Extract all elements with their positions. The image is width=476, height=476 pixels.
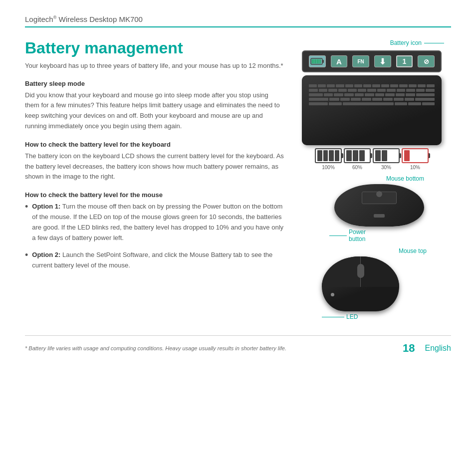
subsection-keyboard-title: How to check the battery level for the k… xyxy=(25,141,284,148)
subsection-mouse-title: How to check the battery level for the m… xyxy=(25,191,284,199)
mouse-top-left-half xyxy=(322,256,361,287)
bat-bar xyxy=(323,150,328,161)
bullet-text-1: Option 1: Turn the mouse off then back o… xyxy=(32,202,284,243)
bullet-label-2: Option 2: xyxy=(32,251,60,258)
battery-level-30: 30% xyxy=(373,148,400,170)
subsection-keyboard-body: The battery icon on the keyboard LCD sho… xyxy=(25,151,284,182)
battery-levels-container: 100% 60% xyxy=(302,148,442,170)
intro-text: Your keyboard has up to three years of b… xyxy=(25,61,284,71)
mouse-top-container: Mouse top LED xyxy=(322,247,432,320)
led-label: LED xyxy=(346,313,358,320)
lcd-num1-icon: 1 xyxy=(396,55,413,67)
svg-rect-6 xyxy=(319,59,321,63)
mouse-top-label: Mouse top xyxy=(399,247,427,254)
page-container: Logitech® Wireless Desktop MK700 Battery… xyxy=(0,0,476,370)
bullet-dot: • xyxy=(25,202,28,213)
header-line: Logitech® Wireless Desktop MK700 xyxy=(25,15,451,27)
subsection-battery-sleep-title: Battery sleep mode xyxy=(25,80,284,87)
lcd-a-icon: A xyxy=(331,55,348,67)
battery-icon-10 xyxy=(402,148,429,163)
lcd-download-icon: ⬇ xyxy=(374,55,391,67)
page-language: English xyxy=(425,344,451,353)
lcd-cross-icon: ⊘ xyxy=(418,55,435,67)
svg-rect-3 xyxy=(312,59,314,63)
mouse-power-button-visual xyxy=(374,214,385,218)
bat-bar xyxy=(329,150,334,161)
mouse-top-right-half xyxy=(361,256,400,287)
battery-icon-60 xyxy=(344,148,371,163)
footer-note: * Battery life varies with usage and com… xyxy=(25,345,403,351)
mouse-bottom-label: Mouse bottom xyxy=(386,175,424,182)
svg-rect-1 xyxy=(322,60,324,63)
mouse-bottom-container: Mouse bottom Powerbutton xyxy=(329,175,429,242)
lcd-fn-icon: FN xyxy=(352,55,369,67)
power-label-row: Powerbutton xyxy=(329,229,429,242)
subsection-battery-sleep-body: Did you know that your keyboard and mous… xyxy=(25,90,284,132)
bat-bar xyxy=(346,150,352,161)
left-column: Battery management Your keyboard has up … xyxy=(25,39,284,320)
footer-page: 18 English xyxy=(403,342,451,355)
mouse-bottom-visual xyxy=(334,184,424,227)
bullet-dot: • xyxy=(25,250,28,261)
footer-section: * Battery life varies with usage and com… xyxy=(25,335,451,355)
power-label-line xyxy=(329,236,347,236)
header-title: Logitech® Wireless Desktop MK700 xyxy=(25,15,143,23)
keyboard-image xyxy=(302,75,442,145)
page-number: 18 xyxy=(403,342,415,355)
section-title: Battery management xyxy=(25,39,284,57)
bullet-text-2: Option 2: Launch the SetPoint Software, … xyxy=(32,250,284,271)
arrow-line xyxy=(424,43,444,43)
right-column: Battery icon xyxy=(294,39,449,320)
main-content: Battery management Your keyboard has up … xyxy=(25,39,451,320)
battery-level-100: 100% xyxy=(315,148,342,170)
battery-level-label-100: 100% xyxy=(322,165,335,170)
battery-level-label-10: 10% xyxy=(410,165,420,170)
bullet-label-1: Option 1: xyxy=(32,203,60,210)
right-top: Battery icon xyxy=(294,39,449,170)
bat-bar xyxy=(335,150,340,161)
power-button-label: Powerbutton xyxy=(349,229,366,242)
battery-level-60: 60% xyxy=(344,148,371,170)
battery-icon-label: Battery icon xyxy=(390,39,422,46)
keyboard-lcd-bar: A FN ⬇ 1 ⊘ xyxy=(302,50,442,72)
list-item: • Option 1: Turn the mouse off then back… xyxy=(25,202,284,243)
bat-bar xyxy=(317,150,322,161)
bat-bar xyxy=(353,150,358,161)
bat-bar xyxy=(359,150,365,161)
bat-bar xyxy=(375,150,381,161)
mouse-led-indicator xyxy=(331,293,334,296)
svg-rect-5 xyxy=(317,59,319,63)
led-label-row: LED xyxy=(322,313,432,320)
mouse-scroll-wheel xyxy=(357,264,364,278)
svg-rect-4 xyxy=(314,59,316,63)
battery-level-10: 10% xyxy=(402,148,429,170)
battery-icon-label-container: Battery icon xyxy=(390,39,444,46)
lcd-battery-icon xyxy=(309,55,326,67)
battery-icon-100 xyxy=(315,148,342,163)
bullet-list: • Option 1: Turn the mouse off then back… xyxy=(25,202,284,271)
bat-bar xyxy=(404,150,410,161)
bat-bar xyxy=(382,150,387,161)
led-label-line xyxy=(322,317,344,317)
mouse-top-visual xyxy=(322,256,399,311)
list-item: • Option 2: Launch the SetPoint Software… xyxy=(25,250,284,271)
battery-level-label-30: 30% xyxy=(381,165,391,170)
battery-level-label-60: 60% xyxy=(352,165,362,170)
battery-icon-30 xyxy=(373,148,400,163)
